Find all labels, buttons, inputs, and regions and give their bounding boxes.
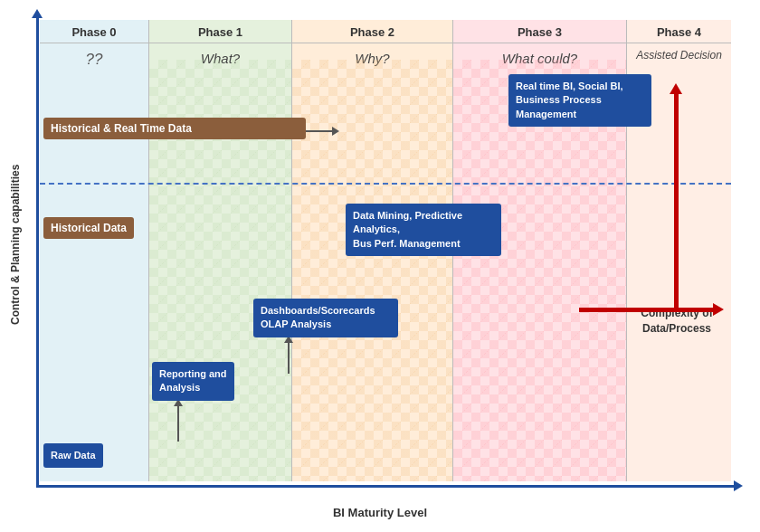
historical-realtime-box: Historical & Real Time Data [43, 118, 306, 139]
diagram-container: Control & Planning capabilities BI Matur… [0, 0, 760, 532]
complexity-vertical-arrow [674, 92, 679, 309]
x-axis-label: BI Maturity Level [333, 506, 427, 519]
phase-4-header: Phase 4 [627, 20, 731, 43]
raw-data-box: Raw Data [43, 443, 103, 468]
complexity-horizontal-arrow [579, 308, 715, 312]
y-axis-arrow [36, 16, 39, 487]
phase-4-question: Assisted Decision [631, 43, 727, 67]
dashboards-arrow [288, 342, 290, 374]
complexity-arrow-head-up [670, 83, 682, 94]
phase-2-header: Phase 2 [292, 20, 452, 43]
x-axis-arrow [36, 485, 736, 488]
phase-3-header: Phase 3 [453, 20, 626, 43]
realtime-bi-box: Real time BI, Social BI,Business Process… [508, 74, 651, 127]
dashboards-box: Dashboards/ScorecardsOLAP Analysis [253, 299, 398, 337]
phase-0-header: Phase 0 [40, 20, 148, 43]
phase-2-pattern [292, 60, 452, 481]
phase-0-col: Phase 0 ?? [40, 20, 148, 481]
historical-rt-line [306, 130, 333, 132]
phase-1-col: Phase 1 What? [148, 20, 291, 481]
historical-data-box: Historical Data [43, 217, 134, 239]
complexity-arrow-head-right [713, 303, 724, 316]
phase-0-question: ?? [82, 43, 107, 76]
reporting-analysis-box: Reporting andAnalysis [152, 362, 234, 401]
phase-1-header: Phase 1 [149, 20, 291, 43]
data-mining-box: Data Mining, PredictiveAnalytics,Bus Per… [346, 204, 501, 256]
y-axis-label: Control & Planning capabilities [5, 45, 25, 443]
dashed-divider-line [40, 183, 731, 185]
historical-rt-arrow-head [332, 127, 339, 136]
reporting-arrow [177, 405, 179, 442]
